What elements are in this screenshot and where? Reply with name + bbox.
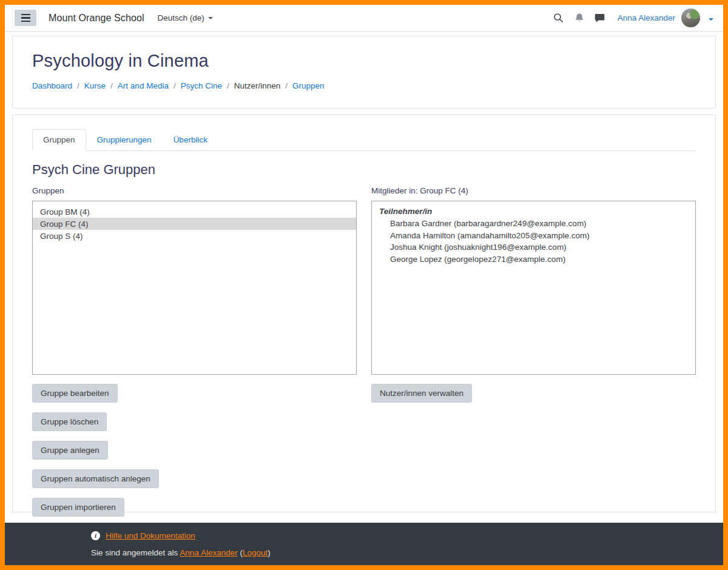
group-option-selected[interactable]: Group FC (4) xyxy=(33,218,356,230)
manage-users-button[interactable]: Nutzer/innen verwalten xyxy=(371,384,472,403)
auto-create-groups-button[interactable]: Gruppen automatisch anlegen xyxy=(32,469,159,488)
group-buttons-column: Gruppe bearbeiten Gruppe löschen Gruppe … xyxy=(32,384,357,526)
search-icon[interactable] xyxy=(548,13,569,23)
breadcrumb-separator: / xyxy=(72,81,84,90)
course-home-link[interactable]: Psych Cine xyxy=(91,565,132,565)
footer-login-row: Sie sind angemeldet als Anna Alexander (… xyxy=(91,548,723,557)
groups-main-card: Gruppen Gruppierungen Überblick Psych Ci… xyxy=(12,115,716,512)
breadcrumb-separator: / xyxy=(222,81,234,90)
tab-gruppierungen[interactable]: Gruppierungen xyxy=(86,129,163,151)
language-label: Deutsch (de) xyxy=(158,13,204,22)
course-header-card: Psychology in Cinema Dashboard / Kurse /… xyxy=(12,36,716,109)
language-selector[interactable]: Deutsch (de) xyxy=(158,13,213,22)
group-option[interactable]: Group S (4) xyxy=(33,230,356,242)
members-listbox[interactable]: Teilnehmer/in Barbara Gardner (barbaraga… xyxy=(371,201,696,375)
member-item[interactable]: George Lopez (georgelopez271@example.com… xyxy=(379,253,688,266)
chat-icon[interactable] xyxy=(590,13,610,23)
delete-group-button[interactable]: Gruppe löschen xyxy=(32,412,107,431)
logged-in-user-link[interactable]: Anna Alexander xyxy=(180,548,237,557)
top-navbar: Mount Orange School Deutsch (de) xyxy=(5,5,723,32)
group-option[interactable]: Group BM (4) xyxy=(33,206,356,218)
section-heading: Psych Cine Gruppen xyxy=(32,162,696,178)
breadcrumb-separator: / xyxy=(169,81,181,90)
breadcrumb: Dashboard / Kurse / Art and Media / Psyc… xyxy=(32,81,696,90)
buttons-row: Gruppe bearbeiten Gruppe löschen Gruppe … xyxy=(32,384,696,526)
page-title: Psychology in Cinema xyxy=(32,51,696,71)
page-frame: Mount Orange School Deutsch (de) xyxy=(0,0,728,570)
breadcrumb-separator: / xyxy=(280,81,292,90)
user-menu-name[interactable]: Anna Alexander xyxy=(618,13,675,22)
groups-panel-label: Gruppen xyxy=(32,186,357,195)
member-item[interactable]: Barbara Gardner (barbaragardner249@examp… xyxy=(379,218,688,230)
navbar-right: Anna Alexander xyxy=(548,8,713,27)
page-body: Psychology in Cinema Dashboard / Kurse /… xyxy=(5,32,723,565)
paren-close: ) xyxy=(268,548,271,557)
members-role-header: Teilnehmer/in xyxy=(379,207,688,216)
tab-ueberblick[interactable]: Überblick xyxy=(163,129,218,151)
panels-row: Gruppen Group BM (4) Group FC (4) Group … xyxy=(32,186,696,375)
import-groups-button[interactable]: Gruppen importieren xyxy=(32,498,124,517)
members-buttons-column: Nutzer/innen verwalten xyxy=(371,384,696,526)
user-menu-caret-icon[interactable] xyxy=(709,13,713,22)
logout-link[interactable]: Logout xyxy=(243,548,268,557)
member-item[interactable]: Joshua Knight (joshuaknight196@example.c… xyxy=(379,241,688,253)
hamburger-button-wrap xyxy=(12,7,39,29)
logged-in-text: Sie sind angemeldet als xyxy=(91,548,178,557)
breadcrumb-item-kurse[interactable]: Kurse xyxy=(84,81,106,90)
members-panel: Mitglieder in: Group FC (4) Teilnehmer/i… xyxy=(371,186,696,375)
breadcrumb-item-dashboard[interactable]: Dashboard xyxy=(32,81,72,90)
tab-bar: Gruppen Gruppierungen Überblick xyxy=(32,129,696,151)
hamburger-icon[interactable] xyxy=(15,10,36,26)
breadcrumb-item-psych-cine[interactable]: Psych Cine xyxy=(181,81,222,90)
breadcrumb-separator: / xyxy=(106,81,118,90)
breadcrumb-item-nutzer-innen: Nutzer/innen xyxy=(234,81,281,90)
bell-icon[interactable] xyxy=(569,13,590,23)
avatar[interactable] xyxy=(681,8,700,27)
info-icon: i xyxy=(91,531,100,540)
chevron-down-icon xyxy=(208,17,213,19)
create-group-button[interactable]: Gruppe anlegen xyxy=(32,441,108,460)
members-panel-label: Mitglieder in: Group FC (4) xyxy=(371,186,696,195)
edit-group-button[interactable]: Gruppe bearbeiten xyxy=(32,384,118,403)
groups-listbox[interactable]: Group BM (4) Group FC (4) Group S (4) xyxy=(32,201,357,375)
footer-home-row: Psych Cine xyxy=(91,565,723,565)
site-title[interactable]: Mount Orange School xyxy=(49,13,144,24)
tab-gruppen[interactable]: Gruppen xyxy=(32,129,86,151)
footer: i Hilfe und Dokumentation Sie sind angem… xyxy=(5,523,723,565)
breadcrumb-item-art-and-media[interactable]: Art and Media xyxy=(118,81,169,90)
footer-help-row: i Hilfe und Dokumentation xyxy=(91,531,723,540)
member-item[interactable]: Amanda Hamilton (amandahamilto205@exampl… xyxy=(379,230,688,242)
help-docs-link[interactable]: Hilfe und Dokumentation xyxy=(106,531,195,540)
groups-panel: Gruppen Group BM (4) Group FC (4) Group … xyxy=(32,186,357,375)
breadcrumb-item-gruppen[interactable]: Gruppen xyxy=(292,81,325,90)
